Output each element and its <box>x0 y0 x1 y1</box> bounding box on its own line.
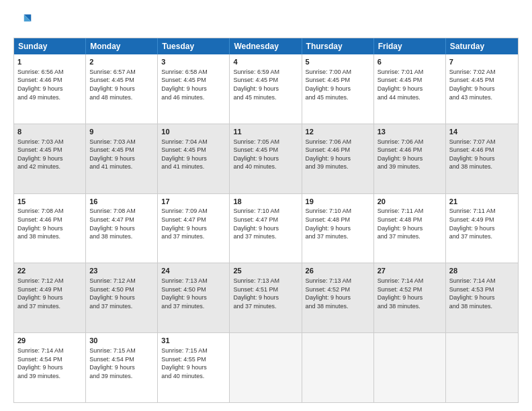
cell-info: Sunrise: 7:08 AMSunset: 4:47 PMDaylight:… <box>89 207 154 240</box>
calendar-cell: 9Sunrise: 7:03 AMSunset: 4:45 PMDaylight… <box>86 124 158 193</box>
calendar-cell: 1Sunrise: 6:56 AMSunset: 4:46 PMDaylight… <box>14 54 86 124</box>
calendar-cell: 12Sunrise: 7:06 AMSunset: 4:46 PMDayligh… <box>302 124 374 193</box>
cell-info: Sunrise: 6:56 AMSunset: 4:46 PMDaylight:… <box>17 68 82 101</box>
cell-info: Sunrise: 7:08 AMSunset: 4:46 PMDaylight:… <box>17 207 82 240</box>
calendar-cell <box>374 333 446 402</box>
cell-info: Sunrise: 7:11 AMSunset: 4:48 PMDaylight:… <box>378 207 442 240</box>
calendar-cell: 24Sunrise: 7:13 AMSunset: 4:50 PMDayligh… <box>158 263 230 332</box>
calendar-cell: 16Sunrise: 7:08 AMSunset: 4:47 PMDayligh… <box>86 194 158 263</box>
calendar-cell: 28Sunrise: 7:14 AMSunset: 4:53 PMDayligh… <box>446 263 518 332</box>
calendar-header-cell: Sunday <box>14 38 86 54</box>
day-number: 1 <box>17 57 82 67</box>
cell-info: Sunrise: 6:57 AMSunset: 4:45 PMDaylight:… <box>89 68 154 101</box>
calendar-header-cell: Tuesday <box>158 38 230 54</box>
cell-info: Sunrise: 7:06 AMSunset: 4:46 PMDaylight:… <box>378 138 442 171</box>
calendar-cell: 17Sunrise: 7:09 AMSunset: 4:47 PMDayligh… <box>158 194 230 263</box>
day-number: 31 <box>161 336 226 346</box>
day-number: 30 <box>89 336 154 346</box>
calendar-cell <box>446 333 518 402</box>
day-number: 27 <box>378 266 442 276</box>
day-number: 25 <box>233 266 298 276</box>
day-number: 16 <box>89 197 154 207</box>
cell-info: Sunrise: 7:09 AMSunset: 4:47 PMDaylight:… <box>161 207 226 240</box>
calendar-cell: 21Sunrise: 7:11 AMSunset: 4:49 PMDayligh… <box>446 194 518 263</box>
calendar-header-cell: Wednesday <box>230 38 302 54</box>
day-number: 13 <box>378 127 442 137</box>
calendar-header-cell: Monday <box>86 38 158 54</box>
cell-info: Sunrise: 7:12 AMSunset: 4:50 PMDaylight:… <box>89 277 154 310</box>
logo <box>13 12 35 31</box>
day-number: 8 <box>17 127 82 137</box>
calendar-cell: 4Sunrise: 6:59 AMSunset: 4:45 PMDaylight… <box>230 54 302 124</box>
day-number: 5 <box>306 57 370 67</box>
logo-icon <box>13 12 32 31</box>
cell-info: Sunrise: 7:02 AMSunset: 4:45 PMDaylight:… <box>449 68 515 101</box>
calendar-cell: 30Sunrise: 7:15 AMSunset: 4:54 PMDayligh… <box>86 333 158 402</box>
day-number: 14 <box>449 127 515 137</box>
day-number: 17 <box>161 197 226 207</box>
calendar-week: 1Sunrise: 6:56 AMSunset: 4:46 PMDaylight… <box>14 54 518 124</box>
cell-info: Sunrise: 7:10 AMSunset: 4:47 PMDaylight:… <box>233 207 298 240</box>
day-number: 3 <box>161 57 226 67</box>
calendar-week: 29Sunrise: 7:14 AMSunset: 4:54 PMDayligh… <box>14 333 518 402</box>
calendar-header-cell: Friday <box>374 38 446 54</box>
calendar-body: 1Sunrise: 6:56 AMSunset: 4:46 PMDaylight… <box>14 54 518 402</box>
day-number: 23 <box>89 266 154 276</box>
cell-info: Sunrise: 7:10 AMSunset: 4:48 PMDaylight:… <box>306 207 370 240</box>
calendar-header-row: SundayMondayTuesdayWednesdayThursdayFrid… <box>14 38 518 54</box>
calendar-week: 15Sunrise: 7:08 AMSunset: 4:46 PMDayligh… <box>14 194 518 264</box>
cell-info: Sunrise: 7:04 AMSunset: 4:45 PMDaylight:… <box>161 138 226 171</box>
cell-info: Sunrise: 7:13 AMSunset: 4:51 PMDaylight:… <box>233 277 298 310</box>
calendar-cell: 13Sunrise: 7:06 AMSunset: 4:46 PMDayligh… <box>374 124 446 193</box>
day-number: 15 <box>17 197 82 207</box>
day-number: 19 <box>306 197 370 207</box>
calendar-cell: 22Sunrise: 7:12 AMSunset: 4:49 PMDayligh… <box>14 263 86 332</box>
calendar-header-cell: Thursday <box>302 38 374 54</box>
calendar-cell <box>302 333 374 402</box>
cell-info: Sunrise: 7:14 AMSunset: 4:54 PMDaylight:… <box>17 347 82 380</box>
day-number: 22 <box>17 266 82 276</box>
cell-info: Sunrise: 7:14 AMSunset: 4:53 PMDaylight:… <box>449 277 515 310</box>
calendar-cell: 29Sunrise: 7:14 AMSunset: 4:54 PMDayligh… <box>14 333 86 402</box>
cell-info: Sunrise: 7:12 AMSunset: 4:49 PMDaylight:… <box>17 277 82 310</box>
calendar: SundayMondayTuesdayWednesdayThursdayFrid… <box>13 38 519 403</box>
calendar-cell: 31Sunrise: 7:15 AMSunset: 4:55 PMDayligh… <box>158 333 230 402</box>
day-number: 9 <box>89 127 154 137</box>
calendar-cell: 11Sunrise: 7:05 AMSunset: 4:45 PMDayligh… <box>230 124 302 193</box>
cell-info: Sunrise: 7:15 AMSunset: 4:55 PMDaylight:… <box>161 347 226 380</box>
day-number: 12 <box>306 127 370 137</box>
day-number: 6 <box>378 57 442 67</box>
cell-info: Sunrise: 7:14 AMSunset: 4:52 PMDaylight:… <box>378 277 442 310</box>
cell-info: Sunrise: 7:15 AMSunset: 4:54 PMDaylight:… <box>89 347 154 380</box>
day-number: 26 <box>306 266 370 276</box>
calendar-cell: 7Sunrise: 7:02 AMSunset: 4:45 PMDaylight… <box>446 54 518 124</box>
day-number: 7 <box>449 57 515 67</box>
calendar-cell: 5Sunrise: 7:00 AMSunset: 4:45 PMDaylight… <box>302 54 374 124</box>
calendar-cell: 14Sunrise: 7:07 AMSunset: 4:46 PMDayligh… <box>446 124 518 193</box>
page: SundayMondayTuesdayWednesdayThursdayFrid… <box>0 0 532 411</box>
calendar-week: 22Sunrise: 7:12 AMSunset: 4:49 PMDayligh… <box>14 263 518 333</box>
day-number: 29 <box>17 336 82 346</box>
calendar-cell: 19Sunrise: 7:10 AMSunset: 4:48 PMDayligh… <box>302 194 374 263</box>
calendar-cell: 23Sunrise: 7:12 AMSunset: 4:50 PMDayligh… <box>86 263 158 332</box>
day-number: 11 <box>233 127 298 137</box>
day-number: 28 <box>449 266 515 276</box>
day-number: 24 <box>161 266 226 276</box>
cell-info: Sunrise: 6:59 AMSunset: 4:45 PMDaylight:… <box>233 68 298 101</box>
calendar-header-cell: Saturday <box>446 38 518 54</box>
cell-info: Sunrise: 7:03 AMSunset: 4:45 PMDaylight:… <box>89 138 154 171</box>
header <box>13 12 519 31</box>
calendar-cell <box>230 333 302 402</box>
calendar-cell: 27Sunrise: 7:14 AMSunset: 4:52 PMDayligh… <box>374 263 446 332</box>
calendar-cell: 6Sunrise: 7:01 AMSunset: 4:45 PMDaylight… <box>374 54 446 124</box>
calendar-cell: 25Sunrise: 7:13 AMSunset: 4:51 PMDayligh… <box>230 263 302 332</box>
cell-info: Sunrise: 6:58 AMSunset: 4:45 PMDaylight:… <box>161 68 226 101</box>
calendar-cell: 15Sunrise: 7:08 AMSunset: 4:46 PMDayligh… <box>14 194 86 263</box>
cell-info: Sunrise: 7:01 AMSunset: 4:45 PMDaylight:… <box>378 68 442 101</box>
calendar-cell: 2Sunrise: 6:57 AMSunset: 4:45 PMDaylight… <box>86 54 158 124</box>
cell-info: Sunrise: 7:07 AMSunset: 4:46 PMDaylight:… <box>449 138 515 171</box>
cell-info: Sunrise: 7:13 AMSunset: 4:50 PMDaylight:… <box>161 277 226 310</box>
calendar-week: 8Sunrise: 7:03 AMSunset: 4:45 PMDaylight… <box>14 124 518 194</box>
day-number: 4 <box>233 57 298 67</box>
cell-info: Sunrise: 7:06 AMSunset: 4:46 PMDaylight:… <box>306 138 370 171</box>
